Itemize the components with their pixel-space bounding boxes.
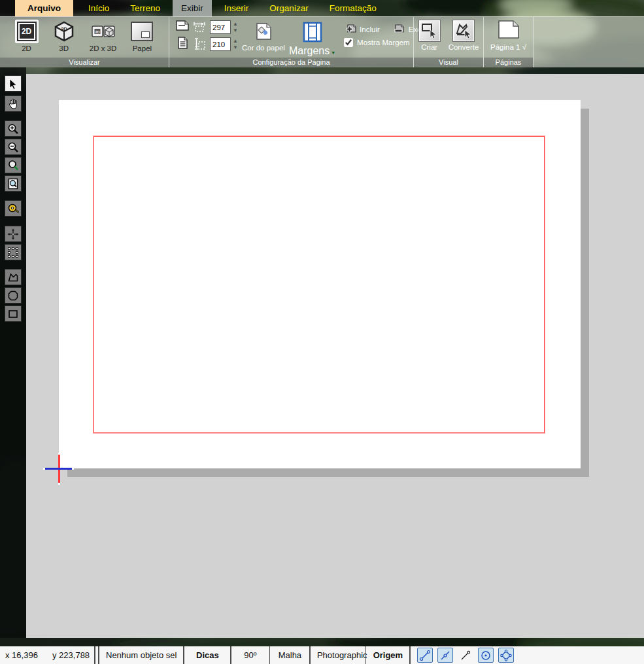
snap-endpoint-toggle[interactable]: [417, 648, 433, 663]
show-margin-label: Mostra Margem: [357, 39, 410, 46]
render-mode[interactable]: Photographic: [311, 650, 365, 660]
include-page-button[interactable]: Incluir: [344, 24, 380, 34]
tab-arquivo[interactable]: Arquivo: [15, 0, 73, 16]
show-margin-checkbox[interactable]: [344, 38, 353, 47]
ellipse-tool[interactable]: [5, 287, 22, 304]
ribbon-group-visualizar: 2D 2D 3D 3D 2D 2D x 3D Papel Visualizar: [0, 17, 169, 67]
page-width-spinner[interactable]: ▲▼: [233, 20, 238, 34]
page-width-input[interactable]: [210, 20, 231, 34]
view-2d-button[interactable]: 2D 2D: [15, 17, 39, 52]
status-separator: [409, 646, 411, 664]
page-icon: [498, 20, 520, 42]
zoom-in-icon: [7, 123, 19, 135]
view-2d-icon: 2D: [15, 20, 39, 43]
ribbon: 2D 2D 3D 3D 2D 2D x 3D Papel Visualizar: [0, 16, 644, 67]
group-label-config-pagina: Configuração da Página: [169, 58, 413, 67]
snap-midpoint-toggle[interactable]: [437, 648, 453, 663]
snap-center-icon: [480, 650, 492, 661]
polygon-icon: [7, 271, 19, 283]
origin-crosshair-horizontal: [43, 468, 74, 470]
pan-tool[interactable]: [5, 96, 22, 112]
zoom-in-tool[interactable]: [5, 120, 22, 137]
hand-icon: [7, 98, 19, 110]
view-2dx3d-icon: 2D: [92, 20, 115, 43]
margins-icon: [303, 22, 322, 45]
view-2dx3d-label: 2D x 3D: [90, 44, 117, 52]
create-visual-button[interactable]: Criar: [418, 17, 441, 51]
zoom-page-tool[interactable]: [5, 175, 22, 192]
tab-terreno[interactable]: Terreno: [122, 0, 169, 16]
ellipse-icon: [7, 290, 19, 302]
cursor-y-readout: y 223,788: [46, 650, 94, 660]
orientation-portrait-icon[interactable]: [178, 37, 188, 52]
page-height-spinner[interactable]: ▲▼: [233, 37, 238, 51]
cursor-x-readout: x 16,396: [0, 650, 46, 660]
tool-strip: [0, 67, 26, 638]
magnifier-tool[interactable]: [5, 157, 22, 173]
zoom-out-icon: [7, 141, 19, 153]
paper-color-button[interactable]: Cor do papel: [243, 20, 284, 52]
menu-tab-bar: Arquivo Início Terreno Exibir Inserir Or…: [0, 0, 644, 16]
zoom-out-tool[interactable]: [5, 139, 22, 155]
snap-endpoint-icon: [419, 650, 431, 661]
move-tool[interactable]: [5, 226, 22, 242]
ribbon-empty-area: [534, 17, 644, 67]
view-3d-label: 3D: [59, 44, 69, 52]
convert-visual-button[interactable]: Converte: [449, 17, 479, 51]
ribbon-group-config-pagina: ▲▼ ▲▼ Cor do papel Margens▼: [169, 17, 414, 67]
drawing-canvas[interactable]: [26, 74, 644, 638]
measure-tool[interactable]: [5, 200, 22, 217]
svg-text:3D: 3D: [61, 26, 67, 32]
magnifier-icon: [7, 160, 19, 171]
snap-quadrant-toggle[interactable]: [498, 648, 514, 663]
page-height-icon: [194, 38, 205, 52]
status-bar: x 16,396 y 223,788 Nenhum objeto sel Dic…: [0, 646, 644, 664]
group-label-visualizar: Visualizar: [0, 58, 169, 67]
selection-status: Nenhum objeto sel: [99, 650, 183, 660]
grid-toggle[interactable]: Malha: [270, 650, 309, 660]
view-3d-button[interactable]: 3D 3D: [52, 17, 76, 52]
selection-marquee-icon: [7, 247, 19, 258]
create-visual-label: Criar: [421, 43, 437, 51]
polygon-tool[interactable]: [5, 269, 22, 285]
tab-inserir[interactable]: Inserir: [216, 0, 258, 16]
ribbon-group-visual: Criar Converte Visual: [414, 17, 484, 67]
page-height-input[interactable]: [210, 37, 231, 51]
svg-text:2D: 2D: [95, 30, 99, 34]
snap-quadrant-icon: [500, 650, 512, 661]
tab-exibir[interactable]: Exibir: [173, 0, 212, 16]
view-2dx3d-button[interactable]: 2D 2D x 3D: [90, 17, 117, 52]
include-page-label: Incluir: [360, 26, 380, 33]
page-1-button[interactable]: Página 1 √: [490, 17, 526, 51]
tab-inicio[interactable]: Início: [80, 0, 118, 16]
rectangle-tool[interactable]: [5, 306, 22, 322]
tips-toggle[interactable]: Dicas: [184, 650, 230, 660]
application-window: { "tabs": [ { "label": "Arquivo" }, { "l…: [0, 0, 644, 664]
marquee-select-tool[interactable]: [5, 244, 22, 260]
margins-button[interactable]: Margens▼: [289, 20, 335, 57]
cursor-arrow-icon: [7, 78, 19, 90]
view-3d-cube-icon: 3D: [52, 20, 76, 43]
paper-page[interactable]: [59, 100, 581, 468]
group-label-visual: Visual: [414, 58, 483, 67]
orientation-landscape-icon[interactable]: [176, 20, 189, 33]
exclude-page-icon: [393, 24, 405, 34]
paper-view-icon: [130, 20, 154, 43]
snap-nearest-toggle[interactable]: [458, 648, 473, 663]
origin-toggle[interactable]: Origem: [366, 650, 409, 660]
view-papel-button[interactable]: Papel: [130, 17, 154, 52]
select-tool[interactable]: [5, 75, 22, 92]
margins-dropdown-icon[interactable]: ▼: [331, 50, 335, 55]
snap-center-toggle[interactable]: [478, 648, 494, 663]
move-arrows-icon: [7, 228, 19, 240]
tab-organizar[interactable]: Organizar: [261, 0, 316, 16]
paper-color-label: Cor do papel: [242, 44, 285, 52]
page-1-label: Página 1 √: [490, 43, 526, 51]
view-papel-label: Papel: [133, 44, 152, 52]
zoom-page-icon: [7, 178, 19, 190]
include-page-icon: [344, 24, 356, 34]
paper-color-icon: [254, 23, 273, 43]
angle-readout[interactable]: 90º: [231, 650, 269, 660]
snap-toggles: [417, 648, 514, 663]
tab-formatacao[interactable]: Formatação: [321, 0, 385, 16]
